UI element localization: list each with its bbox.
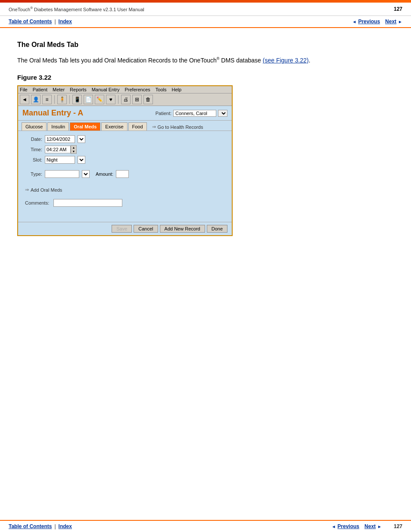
page-number-bottom: 127 [394,523,402,529]
section-description: The Oral Meds Tab lets you add Oral Medi… [17,56,394,65]
figure-link[interactable]: (see Figure 3.22) [263,57,309,64]
previous-link-top[interactable]: Previous [358,19,380,25]
time-row: Time: ▲ ▼ [25,145,225,154]
nav-left-top: Table of Contents | Index [9,19,72,25]
toolbar-patient-btn[interactable]: 👤 [31,95,40,104]
toc-link-top[interactable]: Table of Contents [9,19,52,25]
app-title-bar: Manual Entry - A Patient: Conners, Carol [18,106,232,121]
previous-link-bottom[interactable]: Previous [337,523,359,529]
time-spinner: ▲ ▼ [45,145,77,154]
tab-food[interactable]: Food [128,122,147,131]
next-link-top[interactable]: Next [385,19,396,25]
type-select[interactable] [82,170,90,178]
toc-link-bottom[interactable]: Table of Contents [9,523,52,529]
footer-nav-left: Table of Contents | Index [9,523,72,529]
add-oral-meds-row: ⇒ Add Oral Meds [25,187,225,193]
nav-bar-top: Table of Contents | Index ◄ Previous Nex… [0,16,411,28]
comments-row: Comments: [25,199,225,207]
slot-select[interactable] [78,156,85,164]
app-menubar: File Patient Meter Reports Manual Entry … [18,86,232,93]
prev-arrow-icon-bottom: ◄ [331,524,336,529]
tab-oral-meds[interactable]: Oral Meds [70,122,100,131]
document-title: OneTouch® Diabetes Management Software v… [9,6,144,12]
done-button[interactable]: Done [207,225,227,233]
spacer2 [25,180,225,184]
amount-input[interactable] [116,170,129,178]
time-input[interactable] [45,146,71,153]
spacer [25,166,225,170]
index-link-bottom[interactable]: Index [59,523,72,529]
date-label: Date: [25,137,42,142]
type-input[interactable] [45,170,79,178]
date-row: Date: [25,135,225,143]
date-select[interactable] [78,135,85,143]
app-title: Manual Entry - A [22,109,83,118]
menu-tools[interactable]: Tools [156,87,167,92]
toolbar-grid-btn[interactable]: ⊞ [132,95,142,104]
time-label: Time: [25,147,42,152]
menu-reports[interactable]: Reports [70,87,87,92]
time-down-btn[interactable]: ▼ [71,149,76,153]
menu-patient[interactable]: Patient [33,87,47,92]
index-link-top[interactable]: Index [59,19,72,25]
toolbar-list-btn[interactable]: ≡ [42,95,52,104]
next-arrow-icon-top: ► [398,19,402,24]
figure-screenshot: File Patient Meter Reports Manual Entry … [17,85,233,236]
time-up-btn[interactable]: ▲ [71,146,76,149]
toolbar-print-btn[interactable]: 🖨 [121,95,131,104]
section-title: The Oral Meds Tab [17,41,394,49]
menu-manual-entry[interactable]: Manual Entry [92,87,120,92]
type-amount-row: Type: Amount: [25,170,225,178]
add-oral-meds-link[interactable]: Add Oral Meds [31,187,62,193]
menu-help[interactable]: Help [171,87,181,92]
toolbar-divider2 [69,95,70,104]
next-arrow-icon-bottom: ► [377,524,382,529]
time-spinner-btns: ▲ ▼ [71,145,77,154]
app-toolbar: ◄ 👤 ≡ 🧍 📱 📄 ✏️ ♥ 🖨 ⊞ 🗑 [18,93,232,106]
slot-input[interactable] [45,156,75,164]
amount-label: Amount: [96,171,113,177]
tab-insulin[interactable]: Insulin [47,122,69,131]
prev-arrow-icon-top: ◄ [352,19,356,24]
spacer3 [25,195,225,199]
tab-goto: ⇒ Go to Health Records [151,123,204,131]
toolbar-heart-btn[interactable]: ♥ [106,95,115,104]
toolbar-doc-btn[interactable]: 📄 [84,95,93,104]
main-content: The Oral Meds Tab The Oral Meds Tab lets… [0,28,411,245]
goto-label[interactable]: Go to Health Records [158,124,203,130]
footer-nav-right: ◄ Previous Next ► 127 [331,523,402,529]
next-link-bottom[interactable]: Next [364,523,376,529]
figure-label: Figure 3.22 [17,74,394,81]
slot-row: Slot: [25,156,225,164]
comments-input[interactable] [53,199,122,207]
goto-arrow-icon: ⇒ [152,124,156,130]
app-tabs: Glucose Insulin Oral Meds Exercise Food … [18,121,232,131]
menu-preferences[interactable]: Preferences [125,87,150,92]
tab-glucose[interactable]: Glucose [22,122,47,131]
spacer4 [25,209,225,218]
cancel-button[interactable]: Cancel [134,225,158,233]
nav-bar-bottom: Table of Contents | Index ◄ Previous Nex… [0,520,411,532]
tab-exercise[interactable]: Exercise [101,122,127,131]
nav-right-top: ◄ Previous Next ► [352,19,402,25]
date-input[interactable] [45,135,75,143]
toolbar-person-btn[interactable]: 🧍 [57,95,67,104]
toolbar-device-btn[interactable]: 📱 [72,95,82,104]
slot-label: Slot: [25,157,42,162]
patient-label: Patient: [156,111,171,116]
add-new-record-button[interactable]: Add New Record [160,225,205,233]
page-number-top: 127 [394,6,402,12]
type-label: Type: [25,171,42,177]
menu-file[interactable]: File [20,87,28,92]
menu-meter[interactable]: Meter [53,87,65,92]
app-form: Date: Time: ▲ ▼ [18,131,232,222]
comments-label: Comments: [25,200,49,205]
toolbar-pencil-btn[interactable]: ✏️ [95,95,104,104]
nav-separator-top: | [54,19,56,25]
toolbar-trash-btn[interactable]: 🗑 [143,95,153,104]
save-button[interactable]: Save [112,225,132,233]
patient-dropdown[interactable] [218,110,227,117]
patient-value: Conners, Carol [173,110,216,117]
toolbar-back-btn[interactable]: ◄ [20,95,29,104]
page-header: OneTouch® Diabetes Management Software v… [0,3,411,16]
